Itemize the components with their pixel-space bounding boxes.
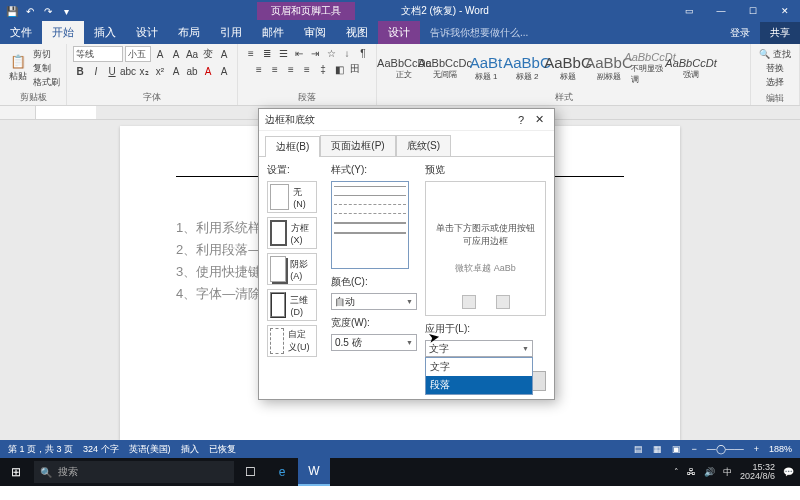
align-left-icon[interactable]: ≡ — [252, 62, 266, 76]
line-style-list[interactable] — [331, 181, 409, 269]
sort-icon[interactable]: ↓ — [340, 46, 354, 60]
share-button[interactable]: 共享 — [760, 22, 800, 44]
minimize-icon[interactable]: — — [706, 0, 736, 22]
font-color-icon[interactable]: A — [201, 64, 215, 78]
preset-box[interactable]: 方框(X) — [267, 217, 317, 249]
preset-shadow[interactable]: 阴影(A) — [267, 253, 317, 285]
taskbar-search[interactable]: 🔍搜索 — [34, 461, 234, 483]
format-painter-button[interactable]: 格式刷 — [33, 76, 60, 89]
tab-design[interactable]: 设计 — [126, 21, 168, 44]
tab-header-design[interactable]: 设计 — [378, 21, 420, 44]
tab-layout[interactable]: 布局 — [168, 21, 210, 44]
ime-indicator[interactable]: 中 — [723, 466, 732, 479]
volume-icon[interactable]: 🔊 — [704, 467, 715, 477]
tab-references[interactable]: 引用 — [210, 21, 252, 44]
zoom-in-icon[interactable]: + — [754, 444, 759, 454]
color-combo[interactable]: 自动▼ — [331, 293, 417, 310]
edge-icon[interactable]: e — [266, 458, 298, 486]
view-print-icon[interactable]: ▦ — [653, 444, 662, 454]
style-title[interactable]: AaBbC标题 — [548, 47, 588, 89]
asian-layout-icon[interactable]: ☆ — [324, 46, 338, 60]
zoom-slider[interactable]: —◯—— — [707, 444, 744, 454]
view-web-icon[interactable]: ▣ — [672, 444, 681, 454]
justify-icon[interactable]: ≡ — [300, 62, 314, 76]
select-button[interactable]: 选择 — [766, 76, 784, 89]
view-read-icon[interactable]: ▤ — [634, 444, 643, 454]
align-center-icon[interactable]: ≡ — [268, 62, 282, 76]
word-count[interactable]: 324 个字 — [83, 443, 119, 456]
insert-mode[interactable]: 插入 — [181, 443, 199, 456]
undo-icon[interactable]: ↶ — [24, 5, 36, 17]
qat-more-icon[interactable]: ▾ — [60, 5, 72, 17]
borders-icon[interactable]: 田 — [348, 62, 362, 76]
font-size-combo[interactable]: 小五 — [125, 46, 151, 62]
tab-borders[interactable]: 边框(B) — [265, 136, 320, 157]
save-icon[interactable]: 💾 — [6, 5, 18, 17]
width-combo[interactable]: 0.5 磅▼ — [331, 334, 417, 351]
highlight-icon[interactable]: ab — [185, 64, 199, 78]
login-button[interactable]: 登录 — [720, 22, 760, 44]
style-heading1[interactable]: AaBt标题 1 — [466, 47, 506, 89]
paste-button[interactable]: 📋粘贴 — [6, 51, 30, 85]
numbering-icon[interactable]: ≣ — [260, 46, 274, 60]
tab-page-border[interactable]: 页面边框(P) — [320, 135, 395, 156]
shrink-font-icon[interactable]: A — [169, 47, 183, 61]
border-right-toggle[interactable] — [496, 295, 510, 309]
cut-button[interactable]: 剪切 — [33, 48, 60, 61]
copy-button[interactable]: 复制 — [33, 62, 60, 75]
tell-me-box[interactable]: 告诉我你想要做什么... — [420, 22, 720, 44]
ribbon-options-icon[interactable]: ▭ — [674, 0, 704, 22]
show-marks-icon[interactable]: ¶ — [356, 46, 370, 60]
tab-review[interactable]: 审阅 — [294, 21, 336, 44]
start-button[interactable]: ⊞ — [0, 458, 32, 486]
dialog-help-icon[interactable]: ? — [512, 114, 530, 126]
zoom-out-icon[interactable]: − — [691, 444, 696, 454]
tab-home[interactable]: 开始 — [42, 21, 84, 44]
italic-icon[interactable]: I — [89, 64, 103, 78]
tab-view[interactable]: 视图 — [336, 21, 378, 44]
subscript-icon[interactable]: x₂ — [137, 64, 151, 78]
preview-box[interactable]: 单击下方图示或使用按钮可应用边框 微软卓越 AaBb — [425, 181, 546, 316]
task-view-icon[interactable]: ☐ — [234, 458, 266, 486]
text-effects-icon[interactable]: A — [169, 64, 183, 78]
change-case-icon[interactable]: Aa — [185, 47, 199, 61]
preset-none[interactable]: 无(N) — [267, 181, 317, 213]
styles-gallery[interactable]: AaBbCcDc正文 AaBbCcDc无间隔 AaBt标题 1 AaBbC标题 … — [383, 46, 744, 90]
zoom-level[interactable]: 188% — [769, 444, 792, 454]
preset-3d[interactable]: 三维(D) — [267, 289, 317, 321]
font-name-combo[interactable]: 等线 — [73, 46, 123, 62]
tray-chevron-icon[interactable]: ˄ — [674, 467, 679, 477]
grow-font-icon[interactable]: A — [153, 47, 167, 61]
increase-indent-icon[interactable]: ⇥ — [308, 46, 322, 60]
network-icon[interactable]: 🖧 — [687, 467, 696, 477]
replace-button[interactable]: 替换 — [766, 62, 784, 75]
redo-icon[interactable]: ↷ — [42, 5, 54, 17]
tab-file[interactable]: 文件 — [0, 21, 42, 44]
superscript-icon[interactable]: x² — [153, 64, 167, 78]
style-subtitle[interactable]: AaBbC副标题 — [589, 47, 629, 89]
dialog-titlebar[interactable]: 边框和底纹 ? ✕ — [259, 109, 554, 131]
language-indicator[interactable]: 英语(美国) — [129, 443, 171, 456]
dialog-close-icon[interactable]: ✕ — [530, 113, 548, 126]
line-spacing-icon[interactable]: ‡ — [316, 62, 330, 76]
style-emphasis[interactable]: AaBbCcDt强调 — [671, 47, 711, 89]
page-indicator[interactable]: 第 1 页，共 3 页 — [8, 443, 73, 456]
align-right-icon[interactable]: ≡ — [284, 62, 298, 76]
strike-icon[interactable]: abc — [121, 64, 135, 78]
char-border-icon[interactable]: A — [217, 64, 231, 78]
word-taskbar-icon[interactable]: W — [298, 458, 330, 486]
shading-icon[interactable]: ◧ — [332, 62, 346, 76]
style-nospacing[interactable]: AaBbCcDc无间隔 — [425, 47, 465, 89]
bold-icon[interactable]: B — [73, 64, 87, 78]
close-icon[interactable]: ✕ — [770, 0, 800, 22]
dropdown-item-text[interactable]: 文字 — [426, 358, 532, 376]
phonetic-icon[interactable]: 变 — [201, 47, 215, 61]
multilevel-icon[interactable]: ☰ — [276, 46, 290, 60]
bullets-icon[interactable]: ≡ — [244, 46, 258, 60]
decrease-indent-icon[interactable]: ⇤ — [292, 46, 306, 60]
dropdown-item-paragraph[interactable]: 段落 — [426, 376, 532, 394]
clock[interactable]: 15:32 2024/8/6 — [740, 463, 775, 481]
maximize-icon[interactable]: ☐ — [738, 0, 768, 22]
preset-custom[interactable]: 自定义(U) — [267, 325, 317, 357]
underline-icon[interactable]: U — [105, 64, 119, 78]
